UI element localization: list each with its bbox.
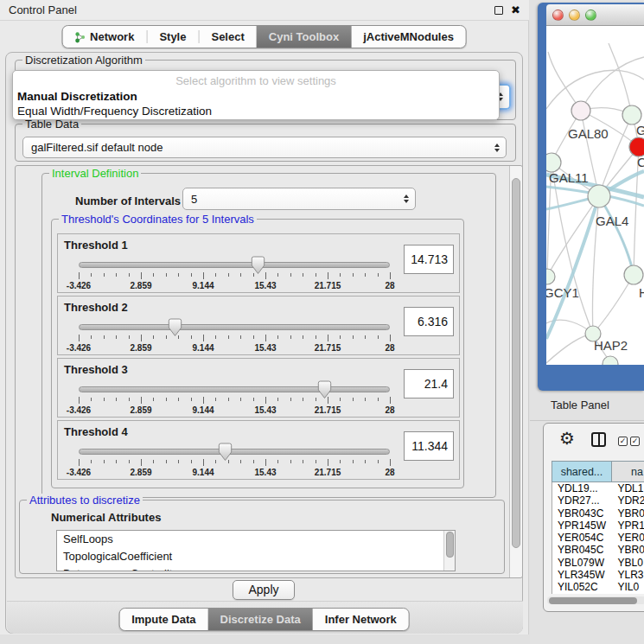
slider-track[interactable] xyxy=(79,386,390,392)
network-canvas[interactable]: GAL80GACGAL11GAL4GCY1HHAP2 xyxy=(546,26,644,365)
slider-tick-labels: -3.4262.8599.14415.4321.71528 xyxy=(79,281,390,291)
axis-tick-label: -3.426 xyxy=(67,343,91,353)
dropdown-option[interactable]: Equal Width/Frequency Discretization xyxy=(17,105,212,118)
axis-tick xyxy=(141,272,142,279)
table-row[interactable]: YBR043CYBR0 xyxy=(552,507,644,520)
tab-label: Style xyxy=(159,30,186,43)
slider: -3.4262.8599.14415.4321.71528 xyxy=(79,319,390,355)
checkbox-icon[interactable]: ✓ xyxy=(618,437,628,446)
network-edge-highlighted[interactable] xyxy=(546,196,599,339)
network-node[interactable] xyxy=(571,101,590,120)
network-node[interactable] xyxy=(622,105,641,124)
axis-tick xyxy=(240,398,241,401)
tab-jactivemnodules[interactable]: jActiveMNodules xyxy=(351,26,466,48)
table-row[interactable]: YLR345WYLR3 xyxy=(552,569,644,581)
axis-tick-label: 15.43 xyxy=(254,343,276,353)
dropdown-option[interactable]: Manual Discretization xyxy=(17,90,137,103)
axis-tick xyxy=(91,398,92,401)
threshold-row: Threshold 2-3.4262.8599.14415.4321.71528… xyxy=(57,296,460,355)
tab-label: Impute Data xyxy=(131,613,195,626)
network-node[interactable] xyxy=(546,153,561,172)
network-node[interactable] xyxy=(546,269,555,284)
table-data-combobox[interactable]: galFiltered.sif default node xyxy=(22,137,507,158)
axis-tick xyxy=(178,398,179,401)
table-row[interactable]: YDL19...YDL1 xyxy=(552,482,644,494)
network-node[interactable] xyxy=(588,185,610,207)
vertical-scrollbar[interactable] xyxy=(509,166,522,577)
tab-select[interactable]: Select xyxy=(199,26,256,48)
apply-button[interactable]: Apply xyxy=(233,580,295,600)
checkbox-icon[interactable]: ✓ xyxy=(630,437,640,446)
numerical-attributes-label: Numerical Attributes xyxy=(51,511,161,524)
gear-icon[interactable]: ⚙ xyxy=(559,429,575,448)
axis-tick xyxy=(265,335,266,341)
axis-tick xyxy=(104,335,105,339)
table-row[interactable]: YIL052CYIL0 xyxy=(552,581,644,593)
number-of-intervals-combobox[interactable]: 5 xyxy=(182,188,416,210)
table-cell: YDL19... xyxy=(552,482,612,494)
network-graph: GAL80GACGAL11GAL4GCY1HHAP2 xyxy=(546,26,644,365)
slider-track[interactable] xyxy=(79,449,390,455)
tab-impute-data[interactable]: Impute Data xyxy=(119,609,207,630)
table-row[interactable]: YER054CYER0 xyxy=(552,532,644,544)
attribute-item[interactable]: TopologicalCoefficient xyxy=(57,548,455,565)
numerical-attributes-list[interactable]: SelfLoopsTopologicalCoefficientBetweenne… xyxy=(56,530,456,571)
mac-close-button[interactable] xyxy=(552,10,564,21)
axis-tick xyxy=(141,459,142,466)
thresholds-group: Threshold's Coordinates for 5 Intervals … xyxy=(51,219,464,488)
slider-track[interactable] xyxy=(79,262,390,268)
network-edge-highlighted[interactable] xyxy=(599,196,634,275)
scrollbar-thumb[interactable] xyxy=(512,178,520,548)
network-edge[interactable] xyxy=(593,275,634,334)
list-scrollbar[interactable] xyxy=(443,531,455,571)
axis-tick xyxy=(203,397,204,404)
attribute-item[interactable]: BetweennessCentrality xyxy=(57,565,455,571)
threshold-value-field[interactable]: 14.713 xyxy=(404,245,454,274)
scrollbar-thumb[interactable] xyxy=(446,532,454,558)
slider-track[interactable] xyxy=(79,324,390,330)
axis-tick xyxy=(191,398,192,401)
axis-tick-label: 28 xyxy=(385,468,394,477)
tab-cyni-toolbox[interactable]: Cyni Toolbox xyxy=(257,26,351,48)
threshold-row: Threshold 1-3.4262.8599.14415.4321.71528… xyxy=(57,233,460,293)
axis-tick xyxy=(203,272,204,279)
tab-discretize-data[interactable]: Discretize Data xyxy=(208,609,313,630)
float-window-icon[interactable] xyxy=(494,6,503,15)
tab-style[interactable]: Style xyxy=(147,26,198,48)
close-icon[interactable]: ✖ xyxy=(511,3,520,16)
table-row[interactable]: YDR27...YDR2 xyxy=(552,494,644,507)
table-row[interactable]: YBL079WYBL0 xyxy=(552,557,644,569)
column-header[interactable]: shared... xyxy=(552,462,612,481)
node-label: GA xyxy=(636,123,644,137)
network-edge[interactable] xyxy=(609,43,632,115)
split-columns-icon[interactable] xyxy=(591,432,606,447)
axis-tick xyxy=(91,335,92,339)
axis-tick xyxy=(79,459,80,466)
mac-zoom-button[interactable] xyxy=(585,10,596,21)
mac-minimize-button[interactable] xyxy=(569,10,580,21)
network-node[interactable] xyxy=(624,265,643,284)
axis-tick xyxy=(328,335,328,341)
axis-tick xyxy=(265,272,266,279)
tab-network[interactable]: Network xyxy=(62,26,146,48)
network-node[interactable] xyxy=(629,137,644,156)
threshold-value-field[interactable]: 11.344 xyxy=(404,431,454,461)
threshold-value-field[interactable]: 21.4 xyxy=(404,369,454,399)
network-edge[interactable] xyxy=(599,196,634,275)
axis-tick xyxy=(328,272,328,279)
column-header[interactable]: na xyxy=(612,462,644,481)
slider-ticks xyxy=(79,397,390,405)
horizontal-scrollbar[interactable] xyxy=(547,596,644,604)
tab-label: Select xyxy=(211,30,244,43)
group-title: Threshold's Coordinates for 5 Intervals xyxy=(59,213,257,226)
scrollbar-thumb[interactable] xyxy=(549,597,637,604)
tab-infer-network[interactable]: Infer Network xyxy=(313,609,409,630)
table-row[interactable]: YPR145WYPR1 xyxy=(552,520,644,532)
network-node[interactable] xyxy=(603,356,618,365)
table-row[interactable]: YBR045CYBR0 xyxy=(552,544,644,556)
threshold-value-field[interactable]: 6.316 xyxy=(404,307,454,336)
stepper-icon xyxy=(494,143,500,152)
axis-tick xyxy=(191,335,192,339)
network-edge[interactable] xyxy=(581,57,644,111)
attribute-item[interactable]: SelfLoops xyxy=(57,531,455,548)
